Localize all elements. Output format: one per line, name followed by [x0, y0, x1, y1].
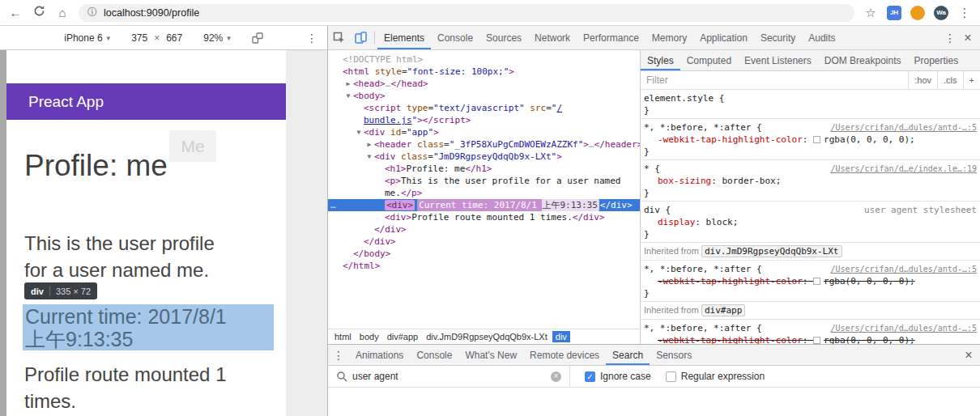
info-icon[interactable]: ⓘ [87, 6, 97, 19]
dom-node[interactable]: <p>This is the user profile for a user n… [328, 175, 640, 187]
css-property[interactable]: display: block; [644, 216, 977, 228]
tab-memory[interactable]: Memory [646, 26, 693, 49]
attribute-link[interactable]: bundle.js [364, 115, 412, 125]
css-property[interactable]: -webkit-tap-highlight-color: rgba(0, 0, … [644, 275, 977, 287]
regex-option[interactable]: Regular expression [666, 371, 765, 382]
expand-arrow[interactable]: ▶ [343, 78, 353, 90]
color-swatch[interactable] [813, 337, 820, 344]
dom-node[interactable]: <html style="font-size: 100px;"> [328, 66, 640, 78]
tab-audits[interactable]: Audits [802, 26, 842, 49]
dom-node[interactable]: ▼<div id="app"> [328, 126, 640, 138]
dom-node[interactable]: ▶<header class="_3fP58XuPgCmDWOEWzAZZKf"… [328, 138, 640, 151]
sidebar-tab-dom-breakpoints[interactable]: DOM Breakpoints [818, 50, 908, 70]
dom-node[interactable]: ▼<div class="JmD9RgpseyQdqQb9x-LXt"> [328, 151, 640, 163]
css-property[interactable]: -webkit-tap-highlight-color: rgba(0, 0, … [644, 134, 977, 146]
device-height-field[interactable]: 667 [166, 32, 182, 44]
device-toolbar-menu-icon[interactable]: ⋮ [306, 32, 317, 45]
regex-checkbox[interactable] [666, 371, 676, 382]
expand-arrow[interactable]: ▼ [364, 151, 374, 163]
bookmark-star-icon[interactable]: ☆ [863, 6, 878, 20]
tab-application[interactable]: Application [693, 26, 754, 49]
dom-node[interactable]: ▼<body> [328, 90, 640, 102]
node-menu-ellipsis[interactable]: … [330, 199, 336, 211]
drawer-close-icon[interactable]: × [957, 345, 980, 365]
expand-arrow[interactable]: ▼ [343, 90, 353, 102]
filter-input[interactable]: Filter [646, 71, 908, 89]
filter-control[interactable]: + [963, 71, 980, 89]
back-icon[interactable]: ← [8, 6, 23, 20]
tab-sources[interactable]: Sources [479, 26, 528, 49]
dom-node[interactable]: </div> [328, 236, 640, 248]
sidebar-tab-computed[interactable]: Computed [680, 50, 738, 70]
filter-control[interactable]: .cls [937, 71, 963, 89]
rotate-icon[interactable] [252, 32, 263, 44]
ignore-case-option[interactable]: ✓ Ignore case [585, 371, 651, 382]
attribute-link[interactable]: / [556, 103, 562, 113]
filter-control[interactable]: :hov [908, 71, 937, 89]
drawer-menu-icon[interactable]: ⋮ [328, 345, 349, 365]
expand-arrow[interactable]: ▶ [364, 138, 374, 151]
dom-node[interactable]: ▶<head>…</head> [328, 78, 640, 90]
tab-network[interactable]: Network [528, 26, 577, 49]
dom-node[interactable]: <script type="text/javascript" src="/ [328, 102, 640, 114]
home-icon[interactable]: ⌂ [55, 6, 70, 20]
device-width-field[interactable]: 375 [131, 32, 147, 44]
drawer-tab-remote-devices[interactable]: Remote devices [523, 345, 606, 365]
extension-icon-orange[interactable] [910, 6, 925, 20]
tab-elements[interactable]: Elements [377, 26, 431, 49]
expand-arrow[interactable]: ▼ [354, 126, 364, 138]
browser-menu-icon[interactable]: ⋮ [957, 6, 972, 20]
drawer-tab-sensors[interactable]: Sensors [650, 345, 698, 365]
device-select[interactable]: iPhone 6 ▾ [64, 32, 110, 44]
inherited-node-link[interactable]: div.JmD9RgpseyQdqQb9x-LXt [701, 245, 842, 257]
stylesheet-source-link[interactable]: /Users/crifan/d…e/index.le…:19 [830, 163, 977, 175]
stylesheet-source-link[interactable]: /Users/crifan/d…dules/antd-…:5 [830, 322, 977, 334]
dom-node[interactable]: </div> [328, 223, 640, 236]
color-swatch[interactable] [813, 136, 820, 143]
extension-icon-wa[interactable]: Wa [934, 6, 948, 20]
dom-node[interactable]: me.</p> [328, 187, 640, 199]
breadcrumb-item[interactable]: body [356, 331, 382, 342]
dom-node[interactable]: </html> [328, 260, 640, 272]
sidebar-tab-properties[interactable]: Properties [907, 50, 965, 70]
tab-performance[interactable]: Performance [577, 26, 646, 49]
extension-icon-jh[interactable]: JH [887, 6, 901, 20]
breadcrumb-item[interactable]: div.JmD9RgpseyQdqQb9x-LXt [423, 331, 551, 342]
breadcrumb-item[interactable]: html [331, 331, 355, 342]
stylesheet-source-link[interactable]: /Users/crifan/d…dules/antd-…:5 [830, 121, 977, 134]
devtools-menu-icon[interactable]: ⋮ [943, 31, 957, 45]
device-mode-icon[interactable] [350, 26, 372, 49]
nav-item-me[interactable]: Me [169, 130, 216, 162]
drawer-tab-search[interactable]: Search [606, 345, 650, 365]
drawer-tab-animations[interactable]: Animations [349, 345, 410, 365]
inspect-element-icon[interactable] [328, 26, 350, 49]
css-property[interactable]: box-sizing: border-box; [644, 175, 977, 187]
zoom-select[interactable]: 92% ▾ [203, 32, 231, 44]
reload-icon[interactable] [32, 5, 46, 20]
clear-search-icon[interactable]: × [551, 371, 561, 382]
sidebar-tab-styles[interactable]: Styles [641, 50, 680, 70]
ignore-case-checkbox[interactable]: ✓ [585, 371, 595, 382]
drawer-tab-console[interactable]: Console [410, 345, 458, 365]
breadcrumb-item[interactable]: div#app [384, 331, 422, 342]
tab-console[interactable]: Console [431, 26, 479, 49]
inherited-node-link[interactable]: div#app [701, 304, 745, 316]
dom-node[interactable]: <!DOCTYPE html> [328, 53, 640, 66]
breadcrumb-item[interactable]: div [552, 331, 570, 342]
drawer-tab-what-s-new[interactable]: What's New [458, 345, 523, 365]
css-property[interactable]: -webkit-tap-highlight-color: rgba(0, 0, … [644, 334, 977, 344]
dom-node[interactable]: …<div>Current time: 2017/8/1 上午9:13:35</… [328, 199, 640, 211]
dom-node[interactable]: bundle.js"></script> [328, 114, 640, 126]
dom-node[interactable]: <div>Profile route mounted 1 times.</div… [328, 211, 640, 223]
tab-security[interactable]: Security [754, 26, 802, 49]
stylesheet-source-link[interactable]: /Users/crifan/d…dules/antd-…:5 [830, 263, 977, 275]
devtools-close-icon[interactable]: × [961, 31, 975, 45]
sidebar-tab-event-listeners[interactable]: Event Listeners [738, 50, 818, 70]
dom-node[interactable]: <h1>Profile: me</h1> [328, 163, 640, 175]
address-bar[interactable]: ⓘ localhost:9090/profile [79, 4, 854, 22]
color-swatch[interactable] [813, 278, 820, 285]
search-input[interactable]: user agent [352, 371, 551, 382]
url-text[interactable]: localhost:9090/profile [104, 7, 199, 19]
dom-node[interactable]: </body> [328, 248, 640, 260]
dom-token: class [396, 151, 428, 162]
